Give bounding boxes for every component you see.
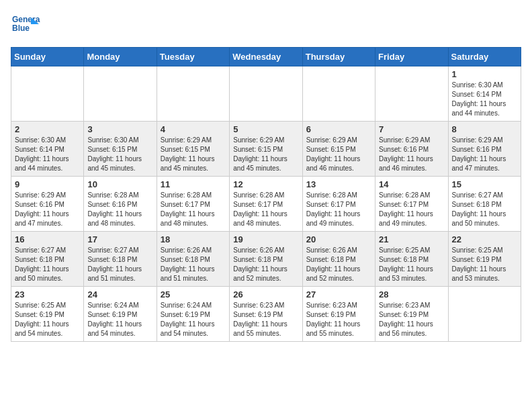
day-cell: 8Sunrise: 6:29 AM Sunset: 6:16 PM Daylig…: [448, 122, 521, 177]
day-cell: [375, 66, 448, 122]
day-cell: 22Sunrise: 6:25 AM Sunset: 6:19 PM Dayli…: [448, 232, 521, 287]
week-row-1: 1Sunrise: 6:30 AM Sunset: 6:14 PM Daylig…: [11, 66, 521, 122]
day-cell: 21Sunrise: 6:25 AM Sunset: 6:18 PM Dayli…: [375, 232, 448, 287]
week-row-4: 16Sunrise: 6:27 AM Sunset: 6:18 PM Dayli…: [11, 232, 521, 287]
day-number: 12: [233, 179, 298, 189]
day-info: Sunrise: 6:28 AM Sunset: 6:17 PM Dayligh…: [233, 191, 298, 228]
day-number: 14: [379, 179, 444, 189]
day-info: Sunrise: 6:27 AM Sunset: 6:18 PM Dayligh…: [87, 246, 152, 283]
day-cell: 18Sunrise: 6:26 AM Sunset: 6:18 PM Dayli…: [157, 232, 229, 287]
day-number: 6: [306, 124, 371, 134]
day-number: 4: [161, 124, 226, 134]
day-number: 8: [452, 124, 517, 134]
day-number: 22: [452, 234, 517, 244]
header-row: SundayMondayTuesdayWednesdayThursdayFrid…: [11, 48, 521, 66]
day-cell: 16Sunrise: 6:27 AM Sunset: 6:18 PM Dayli…: [11, 232, 84, 287]
day-info: Sunrise: 6:23 AM Sunset: 6:19 PM Dayligh…: [379, 301, 444, 338]
day-cell: 9Sunrise: 6:29 AM Sunset: 6:16 PM Daylig…: [11, 177, 84, 232]
day-info: Sunrise: 6:25 AM Sunset: 6:19 PM Dayligh…: [452, 246, 517, 283]
day-number: 13: [306, 179, 371, 189]
svg-text:Blue: Blue: [12, 24, 30, 33]
day-cell: 4Sunrise: 6:29 AM Sunset: 6:15 PM Daylig…: [157, 122, 229, 177]
day-number: 9: [15, 179, 80, 189]
day-header-friday: Friday: [375, 48, 448, 66]
day-info: Sunrise: 6:29 AM Sunset: 6:15 PM Dayligh…: [161, 136, 226, 173]
day-info: Sunrise: 6:28 AM Sunset: 6:17 PM Dayligh…: [161, 191, 226, 228]
day-header-tuesday: Tuesday: [157, 48, 229, 66]
day-number: 27: [306, 289, 371, 300]
day-cell: 2Sunrise: 6:30 AM Sunset: 6:14 PM Daylig…: [11, 122, 84, 177]
day-header-saturday: Saturday: [448, 48, 521, 66]
day-info: Sunrise: 6:26 AM Sunset: 6:18 PM Dayligh…: [233, 246, 298, 283]
day-cell: [84, 66, 157, 122]
day-number: 1: [452, 69, 517, 79]
day-cell: [11, 66, 84, 122]
day-info: Sunrise: 6:29 AM Sunset: 6:15 PM Dayligh…: [306, 136, 371, 173]
day-info: Sunrise: 6:28 AM Sunset: 6:17 PM Dayligh…: [379, 191, 444, 228]
day-cell: [230, 66, 302, 122]
day-info: Sunrise: 6:24 AM Sunset: 6:19 PM Dayligh…: [161, 301, 226, 338]
day-number: 20: [306, 234, 371, 244]
day-cell: [448, 287, 521, 342]
day-number: 18: [161, 234, 226, 244]
day-header-monday: Monday: [84, 48, 157, 66]
day-info: Sunrise: 6:29 AM Sunset: 6:16 PM Dayligh…: [452, 136, 517, 173]
day-cell: 14Sunrise: 6:28 AM Sunset: 6:17 PM Dayli…: [375, 177, 448, 232]
day-cell: [157, 66, 229, 122]
day-number: 15: [452, 179, 517, 189]
day-info: Sunrise: 6:27 AM Sunset: 6:18 PM Dayligh…: [15, 246, 80, 283]
day-number: 17: [87, 234, 152, 244]
day-cell: 13Sunrise: 6:28 AM Sunset: 6:17 PM Dayli…: [302, 177, 375, 232]
day-number: 26: [233, 289, 298, 300]
day-number: 2: [15, 124, 80, 134]
day-info: Sunrise: 6:29 AM Sunset: 6:16 PM Dayligh…: [15, 191, 80, 228]
day-cell: 15Sunrise: 6:27 AM Sunset: 6:18 PM Dayli…: [448, 177, 521, 232]
day-cell: 3Sunrise: 6:30 AM Sunset: 6:15 PM Daylig…: [84, 122, 157, 177]
logo: GeneralBlue: [11, 11, 40, 40]
day-info: Sunrise: 6:30 AM Sunset: 6:15 PM Dayligh…: [87, 136, 152, 173]
page-header: GeneralBlue: [11, 11, 521, 40]
day-cell: 12Sunrise: 6:28 AM Sunset: 6:17 PM Dayli…: [230, 177, 302, 232]
day-info: Sunrise: 6:26 AM Sunset: 6:18 PM Dayligh…: [161, 246, 226, 283]
day-cell: 28Sunrise: 6:23 AM Sunset: 6:19 PM Dayli…: [375, 287, 448, 342]
day-info: Sunrise: 6:25 AM Sunset: 6:19 PM Dayligh…: [15, 301, 80, 338]
day-number: 25: [161, 289, 226, 300]
day-info: Sunrise: 6:29 AM Sunset: 6:16 PM Dayligh…: [379, 136, 444, 173]
day-cell: 6Sunrise: 6:29 AM Sunset: 6:15 PM Daylig…: [302, 122, 375, 177]
day-cell: 27Sunrise: 6:23 AM Sunset: 6:19 PM Dayli…: [302, 287, 375, 342]
day-cell: 17Sunrise: 6:27 AM Sunset: 6:18 PM Dayli…: [84, 232, 157, 287]
day-info: Sunrise: 6:23 AM Sunset: 6:19 PM Dayligh…: [306, 301, 371, 338]
day-cell: 1Sunrise: 6:30 AM Sunset: 6:14 PM Daylig…: [448, 66, 521, 122]
day-number: 28: [379, 289, 444, 300]
day-cell: 23Sunrise: 6:25 AM Sunset: 6:19 PM Dayli…: [11, 287, 84, 342]
day-info: Sunrise: 6:28 AM Sunset: 6:16 PM Dayligh…: [87, 191, 152, 228]
day-cell: 19Sunrise: 6:26 AM Sunset: 6:18 PM Dayli…: [230, 232, 302, 287]
week-row-3: 9Sunrise: 6:29 AM Sunset: 6:16 PM Daylig…: [11, 177, 521, 232]
day-cell: 24Sunrise: 6:24 AM Sunset: 6:19 PM Dayli…: [84, 287, 157, 342]
day-number: 10: [87, 179, 152, 189]
day-number: 7: [379, 124, 444, 134]
day-number: 19: [233, 234, 298, 244]
day-cell: 20Sunrise: 6:26 AM Sunset: 6:18 PM Dayli…: [302, 232, 375, 287]
day-info: Sunrise: 6:28 AM Sunset: 6:17 PM Dayligh…: [306, 191, 371, 228]
day-cell: 11Sunrise: 6:28 AM Sunset: 6:17 PM Dayli…: [157, 177, 229, 232]
day-info: Sunrise: 6:26 AM Sunset: 6:18 PM Dayligh…: [306, 246, 371, 283]
day-cell: 26Sunrise: 6:23 AM Sunset: 6:19 PM Dayli…: [230, 287, 302, 342]
day-number: 23: [15, 289, 80, 300]
day-info: Sunrise: 6:27 AM Sunset: 6:18 PM Dayligh…: [452, 191, 517, 228]
day-cell: 5Sunrise: 6:29 AM Sunset: 6:15 PM Daylig…: [230, 122, 302, 177]
day-number: 5: [233, 124, 298, 134]
day-number: 11: [161, 179, 226, 189]
day-info: Sunrise: 6:30 AM Sunset: 6:14 PM Dayligh…: [452, 81, 517, 118]
week-row-2: 2Sunrise: 6:30 AM Sunset: 6:14 PM Daylig…: [11, 122, 521, 177]
day-number: 16: [15, 234, 80, 244]
day-header-wednesday: Wednesday: [230, 48, 302, 66]
day-number: 24: [87, 289, 152, 300]
calendar-table: SundayMondayTuesdayWednesdayThursdayFrid…: [11, 47, 521, 342]
day-info: Sunrise: 6:25 AM Sunset: 6:18 PM Dayligh…: [379, 246, 444, 283]
day-number: 21: [379, 234, 444, 244]
day-cell: [302, 66, 375, 122]
day-cell: 10Sunrise: 6:28 AM Sunset: 6:16 PM Dayli…: [84, 177, 157, 232]
day-number: 3: [87, 124, 152, 134]
day-info: Sunrise: 6:30 AM Sunset: 6:14 PM Dayligh…: [15, 136, 80, 173]
